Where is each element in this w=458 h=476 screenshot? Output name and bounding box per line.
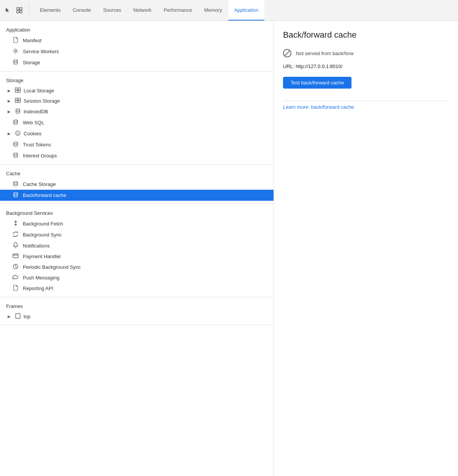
db-icon-bfcache xyxy=(12,192,19,199)
sidebar-item-back-forward-cache[interactable]: Back/forward cache xyxy=(0,190,274,201)
section-title-cache: Cache xyxy=(0,169,274,179)
cache-storage-label: Cache Storage xyxy=(23,181,56,187)
tab-performance[interactable]: Performance xyxy=(157,0,198,21)
db-icon-2 xyxy=(14,108,21,115)
svg-rect-11 xyxy=(18,98,21,100)
svg-rect-7 xyxy=(18,88,21,90)
main-layout: Application Manifest Service Workers Sto… xyxy=(0,21,458,476)
content-panel: Back/forward cache Not served from back/… xyxy=(274,21,458,476)
svg-point-23 xyxy=(14,192,17,194)
inspect-icon[interactable] xyxy=(14,5,24,15)
sidebar-item-cache-storage[interactable]: Cache Storage xyxy=(0,179,274,190)
sidebar-section-frames: Frames ▶ top xyxy=(0,297,274,325)
payment-handler-label: Payment Handler xyxy=(23,254,61,259)
svg-point-4 xyxy=(15,50,17,52)
sidebar-item-service-workers[interactable]: Service Workers xyxy=(0,46,274,57)
sidebar-item-periodic-background-sync[interactable]: Periodic Background Sync xyxy=(0,262,274,273)
sidebar-item-interest-groups[interactable]: Interest Groups xyxy=(0,150,274,161)
grid-icon xyxy=(14,87,21,94)
tab-sources[interactable]: Sources xyxy=(97,0,127,21)
sidebar-item-storage-app[interactable]: Storage xyxy=(0,57,274,68)
top-frame-label: top xyxy=(24,314,30,319)
sidebar-item-web-sql[interactable]: Web SQL xyxy=(0,117,274,128)
svg-rect-24 xyxy=(13,254,18,258)
background-sync-label: Background Sync xyxy=(23,232,62,238)
tab-memory[interactable]: Memory xyxy=(198,0,228,21)
page-title: Back/forward cache xyxy=(283,30,449,40)
tab-network[interactable]: Network xyxy=(127,0,158,21)
sidebar-item-trust-tokens[interactable]: Trust Tokens xyxy=(0,139,274,150)
sidebar-item-notifications[interactable]: Notifications xyxy=(0,240,274,251)
background-fetch-label: Background Fetch xyxy=(23,221,63,227)
reporting-api-label: Reporting API xyxy=(23,286,53,291)
section-title-frames: Frames xyxy=(0,302,274,311)
url-value: http://127.0.0.1:8010/ xyxy=(296,63,342,69)
sidebar-item-background-fetch[interactable]: Background Fetch xyxy=(0,218,274,229)
trust-tokens-label: Trust Tokens xyxy=(23,142,51,148)
periodic-background-sync-label: Periodic Background Sync xyxy=(23,264,81,270)
tab-elements[interactable]: Elements xyxy=(34,0,67,21)
service-workers-label: Service Workers xyxy=(23,49,59,54)
section-title-application: Application xyxy=(0,25,274,35)
svg-rect-12 xyxy=(15,101,17,103)
local-storage-label: Local Storage xyxy=(24,88,54,94)
sidebar-section-storage: Storage ▶ Local Storage ▶ Session Storag… xyxy=(0,71,274,165)
cursor-icon[interactable] xyxy=(3,5,13,15)
svg-rect-9 xyxy=(18,90,21,92)
sidebar-item-manifest[interactable]: Manifest xyxy=(0,35,274,46)
svg-rect-13 xyxy=(18,101,21,103)
sidebar-item-reporting-api[interactable]: Reporting API xyxy=(0,283,274,294)
cookies-label: Cookies xyxy=(24,131,41,136)
svg-rect-6 xyxy=(15,88,17,90)
manifest-label: Manifest xyxy=(23,38,41,43)
sidebar-section-application: Application Manifest Service Workers Sto… xyxy=(0,21,274,71)
tab-console[interactable]: Console xyxy=(67,0,97,21)
cookie-icon xyxy=(14,130,21,137)
chevron-right-icon: ▶ xyxy=(6,132,12,136)
session-storage-label: Session Storage xyxy=(24,98,60,104)
storage-label: Storage xyxy=(23,60,40,65)
svg-point-17 xyxy=(17,132,17,133)
test-back-forward-cache-button[interactable]: Test back/forward cache xyxy=(283,77,351,89)
section-title-storage: Storage xyxy=(0,76,274,86)
notifications-label: Notifications xyxy=(23,243,50,249)
grid-icon-2 xyxy=(14,98,21,104)
indexed-db-label: IndexedDB xyxy=(24,109,48,114)
frame-icon xyxy=(14,313,21,320)
svg-rect-10 xyxy=(15,98,17,100)
chevron-right-icon: ▶ xyxy=(6,89,12,93)
url-label: URL: xyxy=(283,63,294,69)
section-title-bg-services: Background Services xyxy=(0,209,274,218)
learn-more-link[interactable]: Learn more: back/forward cache xyxy=(283,104,354,110)
sidebar-item-local-storage[interactable]: ▶ Local Storage xyxy=(0,86,274,96)
svg-point-18 xyxy=(18,132,19,133)
chevron-right-icon-top: ▶ xyxy=(6,314,12,319)
card-icon xyxy=(12,253,19,260)
sidebar-section-cache: Cache Cache Storage Back/forward cache xyxy=(0,165,274,204)
tab-application[interactable]: Application xyxy=(228,0,265,21)
svg-rect-26 xyxy=(16,314,20,318)
web-sql-label: Web SQL xyxy=(23,120,44,125)
toolbar-icons xyxy=(3,5,29,15)
chevron-right-icon: ▶ xyxy=(6,99,12,103)
url-row: URL: http://127.0.0.1:8010/ xyxy=(283,63,449,69)
svg-point-14 xyxy=(16,109,20,110)
sidebar-item-top-frame[interactable]: ▶ top xyxy=(0,311,274,322)
sidebar-item-session-storage[interactable]: ▶ Session Storage xyxy=(0,96,274,106)
sidebar-item-background-sync[interactable]: Background Sync xyxy=(0,229,274,240)
sidebar-item-push-messaging[interactable]: Push Messaging xyxy=(0,273,274,283)
svg-point-20 xyxy=(14,142,17,143)
svg-point-5 xyxy=(14,60,17,61)
sidebar: Application Manifest Service Workers Sto… xyxy=(0,21,274,476)
sidebar-item-indexed-db[interactable]: ▶ IndexedDB xyxy=(0,106,274,117)
chevron-right-icon: ▶ xyxy=(6,109,12,114)
sidebar-section-bg-services: Background Services Background Fetch Bac… xyxy=(0,204,274,297)
db-icon-5 xyxy=(12,152,19,159)
back-forward-cache-label: Back/forward cache xyxy=(23,192,66,198)
svg-point-22 xyxy=(14,181,17,183)
svg-rect-0 xyxy=(17,8,19,10)
sidebar-item-cookies[interactable]: ▶ Cookies xyxy=(0,128,274,139)
not-served-text: Not served from back/forw xyxy=(296,51,354,56)
toolbar-tabs: Elements Console Sources Network Perform… xyxy=(34,0,264,21)
sidebar-item-payment-handler[interactable]: Payment Handler xyxy=(0,251,274,262)
